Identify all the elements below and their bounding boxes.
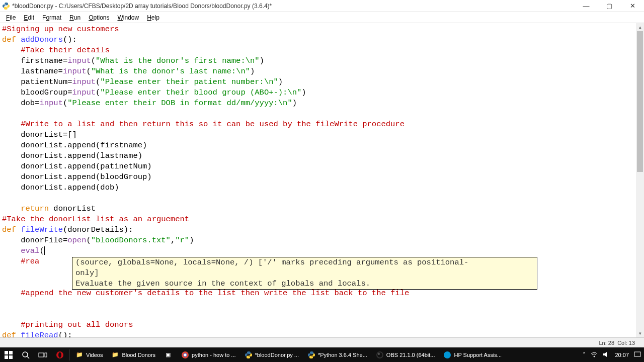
- svg-rect-2: [5, 351, 8, 354]
- window-controls: — ▢ ✕: [575, 0, 644, 12]
- calltip-doc: Evaluate the given source in the context…: [75, 279, 534, 289]
- calltip-signature: (source, globals=None, locals=None, /) […: [75, 257, 534, 268]
- tray-clock[interactable]: 20:07: [615, 352, 629, 358]
- calltip-signature-cont: only]: [75, 268, 534, 279]
- svg-rect-3: [9, 351, 13, 354]
- status-line: Ln: 28: [599, 340, 614, 346]
- minimize-button[interactable]: —: [575, 0, 598, 12]
- scroll-down-arrow[interactable]: ▾: [636, 329, 644, 337]
- svg-point-0: [5, 3, 5, 4]
- search-icon: [21, 350, 30, 359]
- taskbar-item-python-shell[interactable]: *Python 3.6.4 She...: [303, 347, 371, 362]
- obs-icon: [375, 350, 384, 359]
- svg-rect-21: [634, 352, 640, 356]
- taskbar-item-obs[interactable]: OBS 21.1.0 (64bit...: [371, 347, 439, 362]
- svg-point-11: [58, 352, 61, 357]
- task-view-button[interactable]: [34, 347, 51, 362]
- chrome-icon: [181, 350, 190, 359]
- folder-icon: 📁: [111, 350, 120, 359]
- svg-point-17: [378, 353, 380, 355]
- taskbar-item-app[interactable]: ▣: [159, 347, 177, 362]
- python-file-icon: [2, 2, 10, 10]
- taskbar-item-chrome[interactable]: python - how to ...: [177, 347, 239, 362]
- menu-options[interactable]: Options: [85, 13, 113, 22]
- taskbar-item-hp[interactable]: HP Support Assis...: [439, 347, 506, 362]
- scroll-up-arrow[interactable]: ▴: [636, 23, 644, 31]
- svg-point-16: [377, 352, 382, 357]
- search-button[interactable]: [17, 347, 34, 362]
- code-editor[interactable]: #Signing up new customers def addDonors(…: [0, 23, 644, 337]
- svg-rect-8: [39, 353, 44, 357]
- tray-chevron-icon[interactable]: ˄: [583, 351, 586, 358]
- code-content[interactable]: #Signing up new customers def addDonors(…: [0, 23, 644, 337]
- text-cursor: [44, 246, 45, 255]
- menu-file[interactable]: File: [2, 13, 20, 22]
- svg-point-19: [594, 356, 595, 357]
- svg-line-7: [27, 356, 29, 358]
- notification-icon[interactable]: [634, 351, 641, 359]
- menubar: File Edit Format Run Options Window Help: [0, 12, 644, 23]
- taskbar-item-blood-donors[interactable]: 📁 Blood Donors: [107, 347, 159, 362]
- svg-point-18: [444, 351, 451, 358]
- svg-marker-20: [603, 352, 607, 357]
- menu-run[interactable]: Run: [65, 13, 85, 22]
- folder-icon: 📁: [75, 350, 84, 359]
- svg-point-6: [23, 352, 28, 357]
- svg-rect-4: [5, 355, 8, 359]
- taskbar-separator: [69, 349, 70, 360]
- statusbar: Ln: 28 Col: 13: [0, 337, 644, 347]
- menu-edit[interactable]: Edit: [20, 13, 38, 22]
- menu-format[interactable]: Format: [38, 13, 65, 22]
- windows-icon: [4, 350, 13, 359]
- scroll-thumb[interactable]: [637, 31, 643, 172]
- opera-icon: [55, 350, 64, 359]
- menu-help[interactable]: Help: [143, 13, 164, 22]
- opera-button[interactable]: [51, 347, 68, 362]
- tray-volume-icon[interactable]: [603, 351, 610, 359]
- svg-rect-9: [45, 353, 47, 357]
- python-icon: [307, 350, 316, 359]
- status-col: Col: 13: [617, 340, 635, 346]
- svg-point-1: [7, 8, 8, 9]
- taskbar: 📁 Videos 📁 Blood Donors ▣ python - how t…: [0, 347, 644, 362]
- python-icon: [244, 350, 253, 359]
- hp-icon: [443, 350, 452, 359]
- task-view-icon: [38, 350, 47, 359]
- svg-rect-5: [9, 355, 13, 359]
- titlebar: *bloodDonor.py - C:/Users/CFBS/Desktop/2…: [0, 0, 644, 12]
- app-icon: ▣: [164, 350, 173, 359]
- maximize-button[interactable]: ▢: [598, 0, 621, 12]
- vertical-scrollbar[interactable]: ▴ ▾: [636, 23, 644, 337]
- start-button[interactable]: [0, 347, 17, 362]
- close-button[interactable]: ✕: [621, 0, 644, 12]
- taskbar-item-blooddonor-py[interactable]: *bloodDonor.py ...: [240, 347, 303, 362]
- window-title: *bloodDonor.py - C:/Users/CFBS/Desktop/2…: [12, 3, 272, 10]
- tray-wifi-icon[interactable]: [591, 351, 598, 359]
- calltip: (source, globals=None, locals=None, /) […: [72, 257, 537, 290]
- menu-window[interactable]: Window: [114, 13, 143, 22]
- taskbar-item-videos[interactable]: 📁 Videos: [71, 347, 107, 362]
- system-tray[interactable]: ˄ 20:07: [583, 351, 644, 359]
- svg-point-14: [184, 353, 187, 356]
